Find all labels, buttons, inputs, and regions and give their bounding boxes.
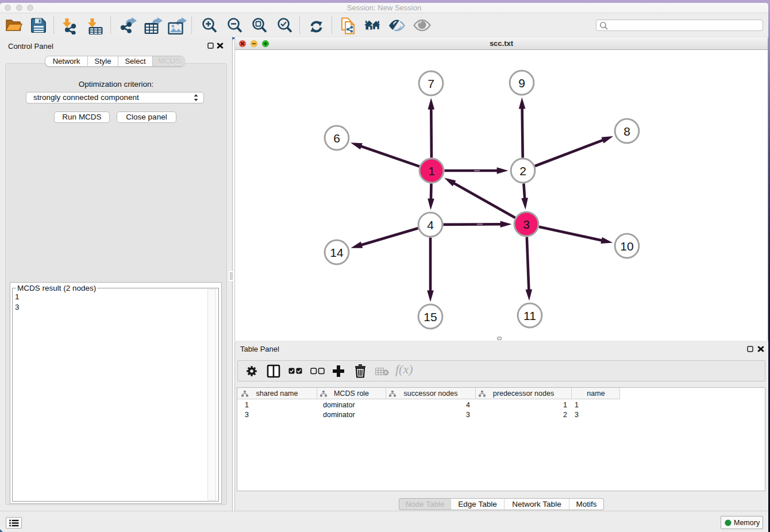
svg-text:6: 6	[333, 132, 340, 145]
svg-text:15: 15	[424, 310, 437, 323]
svg-text:10: 10	[620, 240, 633, 253]
svg-text:7: 7	[428, 77, 434, 90]
svg-text:8: 8	[623, 125, 630, 138]
svg-text:3: 3	[523, 218, 530, 231]
svg-text:4: 4	[427, 218, 434, 232]
svg-text:1: 1	[428, 164, 435, 178]
svg-text:9: 9	[518, 76, 525, 90]
svg-text:2: 2	[519, 164, 526, 178]
svg-text:14: 14	[330, 246, 344, 259]
svg-text:11: 11	[523, 309, 536, 322]
